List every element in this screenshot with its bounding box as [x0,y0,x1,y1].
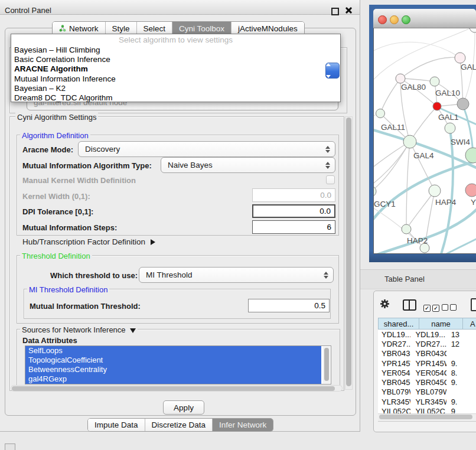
node-top-partial[interactable] [470,28,476,32]
algorithm-option[interactable]: Bayesian – Hill Climbing [11,45,340,55]
bottom-tab-discretize-data[interactable]: Discretize Data [145,419,213,431]
table-row[interactable]: YBL079WYBL079W [378,387,476,397]
close-traffic-light-icon[interactable] [378,15,387,24]
network-edge[interactable] [406,191,435,229]
node-swi4[interactable] [465,148,476,163]
table-row[interactable]: YPR145WYPR145W9. [378,358,476,368]
which-threshold-combobox[interactable]: MI Threshold [139,267,334,283]
apply-button[interactable]: Apply [163,400,204,415]
algorithm-option[interactable]: Bayesian – K2 [11,84,340,93]
mi-threshold-field[interactable]: 0.5 [248,299,330,312]
settings-vertical-scrollbar-thumb[interactable] [346,118,351,386]
manual-kernel-label: Manual Kernel Width Definition [22,176,136,185]
column-header[interactable]: A [463,318,476,330]
table-panel-title: Table Panel [384,275,425,283]
settings-group-title: Cyni Algorithm Settings [15,113,98,122]
settings-horizontal-scrollbar-thumb[interactable] [12,386,335,391]
table-cell: YER054C [378,369,410,377]
node-hap2[interactable] [402,224,411,234]
tab-jactivemnodules[interactable]: jActiveMNodules [232,22,304,35]
combo-arrows-icon [325,162,330,169]
tab-style[interactable]: Style [106,22,137,35]
hub-definition-label: Hub/Transcription Factor Definition [22,237,145,246]
attribute-item[interactable]: BetweennessCentrality [25,365,321,374]
network-canvas[interactable]: GALGAL80GAL10GAL1SWI4GAL11GAL4GCY1HAP4YH… [374,28,476,253]
tab-cyni-toolbox[interactable]: Cyni Toolbox [172,22,232,35]
node-hap4[interactable] [429,185,441,197]
kernel-width-label: Kernel Width (0,1): [22,192,90,201]
form-icon[interactable] [471,298,476,311]
table-row[interactable]: YER054CYER054C8. [378,368,476,377]
attribute-item[interactable]: SelfLoops [25,346,321,356]
deselect-all-icon[interactable] [442,302,458,313]
node-gray[interactable] [457,98,469,110]
network-edge[interactable] [400,79,435,81]
network-edge[interactable] [463,105,473,154]
mi-steps-field[interactable]: 6 [252,220,335,234]
tab-select[interactable]: Select [137,22,173,35]
which-threshold-value: MI Threshold [146,270,193,279]
network-icon [59,25,66,32]
attribute-list-scrollbar-thumb[interactable] [324,348,329,381]
close-icon[interactable] [345,6,353,14]
minimize-traffic-light-icon[interactable] [390,15,399,24]
node-gal10[interactable] [430,77,439,86]
zoom-traffic-light-icon[interactable] [402,15,410,24]
sources-group-title[interactable]: Sources for Network Inference [20,325,138,334]
node-salmon[interactable] [465,184,476,197]
kernel-width-field[interactable]: 0.0 [252,188,335,202]
table-row[interactable]: YIL052CYIL052C9 [378,406,476,413]
node-gal11[interactable] [376,109,385,118]
node-gal1[interactable] [445,123,455,133]
attribute-item[interactable]: gal4RGexp [25,374,321,384]
node-gal4[interactable] [403,135,416,148]
select-all-icon[interactable]: ✓✓ [423,302,441,312]
column-header[interactable]: name [419,318,463,330]
bottom-tab-infer-network[interactable]: Infer Network [213,419,273,431]
table-row[interactable]: YLR345WYLR345W9. [378,397,476,406]
network-edge[interactable] [374,129,476,170]
columns-icon[interactable] [403,299,416,311]
manual-kernel-checkbox[interactable] [326,175,335,184]
node-label-gal: GAL [461,63,476,71]
algorithm-popup-placeholder: Select algorithm to view settings [11,34,340,45]
dpi-tolerance-field[interactable]: 0.0 [252,204,335,218]
table-row[interactable]: YBR045CYBR045C9. [378,377,476,387]
column-header[interactable]: shared... [378,318,419,330]
network-view-titlebar[interactable] [373,9,476,28]
network-edge[interactable] [380,79,400,113]
mi-type-combobox[interactable]: Naive Bayes [161,157,335,173]
combo-focused-arrow-button[interactable] [325,63,340,79]
table-horizontal-scrollbar-thumb[interactable] [379,415,472,419]
network-edge[interactable] [440,129,453,253]
table-cell: YLR345W [410,397,446,406]
network-edge[interactable] [406,142,410,229]
tab-network[interactable]: Network [53,22,106,35]
network-edge[interactable] [374,42,460,58]
bottom-tab-impute-data[interactable]: Impute Data [88,419,145,431]
node-label-gal4: GAL4 [413,151,434,160]
which-threshold-label: Which threshold to use: [50,271,138,280]
network-edge[interactable] [400,57,460,79]
algorithm-option[interactable]: Dream8 DC_TDC Algorithm [11,93,340,103]
table-row[interactable]: YDL19...YDL19...13 [378,330,476,339]
table-row[interactable]: YBR043CYBR043C [378,349,476,358]
hub-definition-toggle[interactable]: Hub/Transcription Factor Definition [22,237,155,246]
network-edge[interactable] [374,142,410,187]
node-gal80[interactable] [396,74,405,83]
gear-icon[interactable] [380,299,390,311]
attribute-item[interactable]: TopologicalCoefficient [25,356,321,365]
data-attributes-list[interactable]: SelfLoopsTopologicalCoefficientBetweenne… [25,345,331,384]
algorithm-option[interactable]: Mutual Information Inference [11,74,340,84]
algorithm-option[interactable]: ARACNE Algorithm [11,64,340,74]
node-label-hap2: HAP2 [407,236,428,245]
node-gal-top[interactable] [455,53,465,63]
corner-chip [5,444,15,450]
aracne-mode-combobox[interactable]: Discovery [78,141,335,157]
node-gal1-red[interactable] [433,102,441,110]
float-window-icon[interactable] [331,8,339,15]
table-cell: YDL19... [378,330,410,339]
table-row[interactable]: YDR27...YDR27...12 [378,339,476,348]
algorithm-option[interactable]: Basic Correlation Inference [11,55,340,64]
table-cell: YER054C [410,369,446,377]
